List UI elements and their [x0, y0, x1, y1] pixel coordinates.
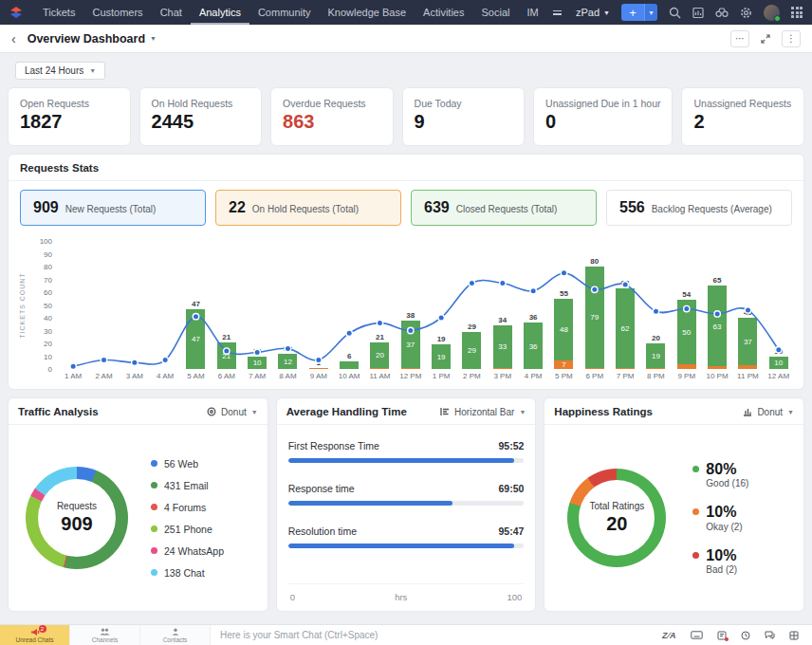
kpi-card[interactable]: Unassigned Due in 1 hour0	[533, 87, 673, 146]
chart-column[interactable]: 2019	[640, 241, 671, 369]
stat-tab-plain[interactable]: 556Backlog Requests (Average)	[606, 190, 792, 226]
bar-segment-green: 79	[585, 267, 604, 368]
dashboard-title-dropdown[interactable]: Overview Dashboard ▼	[28, 32, 157, 46]
zia-icon[interactable]: Z∕A	[662, 631, 676, 640]
chart-column[interactable]: 6563	[702, 241, 732, 369]
legend-item-chat[interactable]: 138 Chat	[151, 567, 224, 579]
legend-label: 56 Web	[164, 458, 198, 470]
bar	[340, 361, 359, 369]
time-range-filter[interactable]: Last 24 Hours ▼	[15, 62, 105, 80]
expand-icon[interactable]	[756, 30, 775, 47]
nav-item-social[interactable]: Social	[473, 0, 519, 25]
chart-column[interactable]: 55487	[548, 241, 579, 369]
nav-overflow-icon[interactable]	[553, 10, 562, 15]
nav-item-customers[interactable]: Customers	[83, 0, 151, 25]
binoculars-icon[interactable]	[715, 7, 729, 18]
legend-text: 10%Okay (2)	[706, 504, 742, 532]
kebab-menu-button[interactable]: ⋮	[782, 30, 801, 47]
kpi-card[interactable]: Overdue Requests863	[270, 87, 394, 146]
metric-value: 69:50	[498, 483, 524, 494]
chart-column[interactable]: 4037	[732, 241, 763, 369]
handling-view-selector[interactable]: Horizontal Bar ▼	[440, 407, 526, 417]
chat-tab-unread-chats[interactable]: 2Unread Chats	[0, 625, 70, 645]
stat-tab-orange[interactable]: 22On Hold Requests (Total)	[215, 190, 401, 226]
legend-dot	[692, 466, 699, 472]
notes-icon[interactable]	[717, 631, 727, 640]
keyboard-icon[interactable]	[691, 631, 703, 639]
legend-item-phone[interactable]: 251 Phone	[151, 524, 224, 535]
chart-column[interactable]	[120, 241, 150, 369]
legend-label: 24 WhatsApp	[164, 545, 224, 557]
add-caret-button[interactable]: ▼	[644, 4, 657, 21]
chart-column[interactable]: 5450	[672, 241, 702, 369]
chart-column[interactable]: 4747	[180, 241, 211, 369]
happiness-view-selector[interactable]: Donut ▼	[743, 407, 794, 417]
chart-column[interactable]: 1212	[272, 241, 303, 369]
legend-item-good[interactable]: 80%Good (16)	[692, 461, 748, 489]
legend-sublabel: Bad (2)	[706, 564, 737, 575]
add-split-button[interactable]: + ▼	[621, 4, 657, 21]
chart-column[interactable]: 1919	[426, 241, 456, 369]
kpi-card[interactable]: Unassigned Requests2	[681, 87, 804, 146]
chart-column[interactable]: 2120	[364, 241, 395, 369]
workspace-icon[interactable]	[789, 631, 799, 640]
nav-item-im[interactable]: IM	[518, 0, 546, 25]
happiness-donut-chart[interactable]: Total Ratings 20	[567, 469, 666, 567]
nav-item-chat[interactable]: Chat	[152, 0, 191, 25]
nav-item-activities[interactable]: Activities	[415, 0, 472, 25]
legend-item-email[interactable]: 431 Email	[151, 480, 224, 491]
bar-segment-orange	[585, 368, 604, 369]
stat-tab-green[interactable]: 639Closed Requests (Total)	[411, 190, 597, 226]
chat-tab-contacts[interactable]: Contacts	[140, 625, 211, 645]
chart-column[interactable]: 2121	[212, 241, 242, 369]
chart-column[interactable]: 3837	[396, 241, 426, 369]
chart-column[interactable]: 6362	[610, 241, 640, 369]
history-icon[interactable]	[741, 631, 750, 640]
chart-column[interactable]: 1010	[764, 241, 794, 369]
legend-item-okay[interactable]: 10%Okay (2)	[692, 504, 748, 532]
chart-column[interactable]: 1010	[242, 241, 272, 369]
bar-value-label: 34	[498, 316, 507, 324]
smart-chat-input[interactable]	[220, 630, 639, 640]
kpi-card[interactable]: On Hold Requests2445	[139, 87, 263, 146]
chart-column[interactable]: 3636	[518, 241, 548, 369]
traffic-donut-chart[interactable]: Requests 909	[26, 467, 128, 569]
nav-item-community[interactable]: Community	[249, 0, 320, 25]
app-logo-icon[interactable]	[8, 4, 25, 21]
reports-icon[interactable]	[692, 7, 704, 19]
legend-label: 4 Forums	[164, 502, 206, 513]
chart-column[interactable]: 3433	[488, 241, 518, 369]
chart-column[interactable]	[88, 241, 119, 369]
chat-tab-channels[interactable]: Channels	[70, 625, 140, 645]
legend-item-whatsapp[interactable]: 24 WhatsApp	[151, 545, 224, 557]
more-actions-button[interactable]: ⋯	[730, 30, 749, 47]
legend-item-bad[interactable]: 10%Bad (2)	[692, 547, 748, 576]
legend-sublabel: Good (16)	[706, 478, 748, 488]
chat-icon[interactable]	[765, 631, 775, 639]
stat-tabs: 909New Requests (Total)22On Hold Request…	[9, 181, 803, 230]
stat-tab-blue[interactable]: 909New Requests (Total)	[20, 190, 206, 226]
legend-item-forums[interactable]: 4 Forums	[151, 502, 224, 513]
user-avatar[interactable]	[764, 5, 780, 21]
search-icon[interactable]	[669, 7, 681, 19]
kpi-card[interactable]: Open Requests1827	[8, 87, 131, 146]
workspace-label: zPad	[576, 7, 600, 18]
add-button[interactable]: +	[621, 4, 644, 21]
nav-item-tickets[interactable]: Tickets	[34, 0, 83, 25]
chart-column[interactable]: 6	[334, 241, 364, 369]
workspace-selector[interactable]: zPad ▼	[576, 7, 610, 18]
bar-segment-green: 37	[738, 318, 757, 365]
legend-item-web[interactable]: 56 Web	[151, 458, 224, 470]
chart-column[interactable]: 8079	[580, 241, 610, 369]
kpi-card[interactable]: Due Today9	[402, 87, 526, 146]
chart-column[interactable]	[150, 241, 180, 369]
apps-grid-icon[interactable]	[791, 7, 803, 18]
chart-column[interactable]: 2929	[456, 241, 487, 369]
back-button[interactable]: ‹	[11, 32, 16, 46]
nav-item-analytics[interactable]: Analytics	[191, 0, 249, 25]
settings-gear-icon[interactable]	[740, 7, 752, 19]
chart-column[interactable]: 1	[304, 241, 334, 369]
chart-column[interactable]	[58, 241, 88, 369]
nav-item-knowledge-base[interactable]: Knowledge Base	[320, 0, 415, 25]
traffic-view-selector[interactable]: Donut ▼	[207, 407, 258, 417]
